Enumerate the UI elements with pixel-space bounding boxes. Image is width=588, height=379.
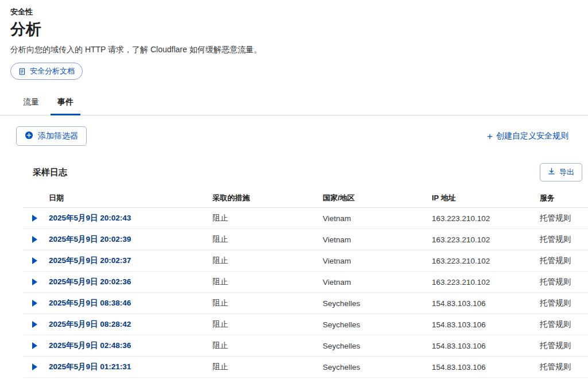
- row-ip-address: 154.83.103.106: [432, 342, 540, 350]
- row-ip-address: 154.83.103.106: [432, 363, 540, 372]
- row-country: Vietnam: [323, 278, 432, 287]
- expand-triangle-icon: [32, 257, 37, 264]
- add-filter-button[interactable]: 添加筛选器: [16, 126, 87, 146]
- row-ip-address: 163.223.210.102: [432, 278, 540, 287]
- table-row: 2025年5月9日 20:02:39 阻止 Vietnam 163.223.21…: [23, 229, 588, 250]
- row-action-taken: 阻止: [212, 277, 323, 287]
- column-header-service: 服务: [540, 193, 588, 203]
- doc-icon: [18, 68, 26, 75]
- expand-row-button[interactable]: [23, 257, 49, 264]
- create-custom-rule-link[interactable]: + 创建自定义安全规则: [487, 131, 568, 141]
- column-header-country: 国家/地区: [323, 193, 432, 203]
- row-ip-address: 163.223.210.102: [432, 257, 540, 265]
- expand-row-button[interactable]: [23, 236, 49, 243]
- export-button[interactable]: 导出: [540, 163, 582, 181]
- table-row: 2025年5月9日 20:02:43 阻止 Vietnam 163.223.21…: [23, 208, 588, 229]
- row-action-taken: 阻止: [212, 234, 323, 245]
- expand-triangle-icon: [32, 363, 37, 370]
- page-title: 分析: [10, 19, 578, 40]
- expand-row-button[interactable]: [23, 363, 49, 370]
- breadcrumb-eyebrow: 安全性: [10, 7, 578, 17]
- row-country: Vietnam: [323, 214, 432, 223]
- page-header: 安全性 分析 分析向您的域传入的 HTTP 请求，了解 Cloudflare 如…: [0, 0, 588, 80]
- row-date-link[interactable]: 2025年5月9日 01:21:31: [49, 362, 212, 372]
- row-date-link[interactable]: 2025年5月9日 20:02:39: [49, 234, 212, 245]
- table-row: 2025年5月9日 01:21:31 阻止 Seychelles 154.83.…: [23, 357, 588, 378]
- download-icon: [548, 168, 555, 177]
- row-date-link[interactable]: 2025年5月9日 20:02:43: [49, 213, 212, 223]
- tab-traffic[interactable]: 流量: [16, 91, 46, 115]
- row-service: 托管规则: [540, 256, 588, 266]
- row-ip-address: 154.83.103.106: [432, 299, 540, 308]
- row-ip-address: 163.223.210.102: [432, 235, 540, 244]
- row-country: Vietnam: [323, 235, 432, 244]
- row-service: 托管规则: [540, 362, 588, 372]
- row-action-taken: 阻止: [212, 256, 323, 266]
- row-date-link[interactable]: 2025年5月9日 02:48:36: [49, 341, 212, 351]
- sampled-logs-section: 采样日志 导出 日期 采取的措施 国家/地区 IP 地址 服务 2025: [23, 163, 588, 379]
- expand-row-button[interactable]: [23, 215, 49, 222]
- row-service: 托管规则: [540, 319, 588, 330]
- add-filter-label: 添加筛选器: [38, 131, 78, 141]
- row-country: Seychelles: [323, 363, 432, 372]
- expand-row-button[interactable]: [23, 300, 49, 307]
- row-service: 托管规则: [540, 298, 588, 308]
- log-table: 日期 采取的措施 国家/地区 IP 地址 服务 2025年5月9日 20:02:…: [23, 189, 588, 379]
- row-country: Seychelles: [323, 342, 432, 350]
- column-header-date: 日期: [49, 193, 212, 203]
- row-date-link[interactable]: 2025年5月9日 08:28:42: [49, 319, 212, 330]
- row-date-link[interactable]: 2025年5月9日 20:02:37: [49, 256, 212, 266]
- expand-triangle-icon: [32, 342, 37, 349]
- circle-plus-icon: [25, 131, 33, 141]
- plus-icon: +: [487, 132, 493, 141]
- row-country: Vietnam: [323, 257, 432, 265]
- row-date-link[interactable]: 2025年5月9日 20:02:36: [49, 277, 212, 287]
- column-header-ip: IP 地址: [432, 193, 540, 203]
- row-action-taken: 阻止: [212, 341, 323, 351]
- row-service: 托管规则: [540, 213, 588, 223]
- row-action-taken: 阻止: [212, 319, 323, 330]
- expand-triangle-icon: [32, 215, 37, 222]
- row-country: Seychelles: [323, 320, 432, 329]
- row-date-link[interactable]: 2025年5月9日 08:38:46: [49, 298, 212, 308]
- expand-triangle-icon: [32, 321, 37, 328]
- security-analytics-docs-button[interactable]: 安全分析文档: [10, 63, 83, 80]
- row-service: 托管规则: [540, 234, 588, 245]
- table-row: 2025年5月9日 02:48:36 阻止 Seychelles 154.83.…: [23, 335, 588, 357]
- expand-row-button[interactable]: [23, 279, 49, 285]
- create-custom-rule-label: 创建自定义安全规则: [496, 131, 568, 141]
- expand-triangle-icon: [32, 236, 37, 243]
- tab-bar: 流量 事件: [0, 91, 588, 115]
- log-table-body: 2025年5月9日 20:02:43 阻止 Vietnam 163.223.21…: [23, 208, 588, 379]
- table-row: 2025年5月9日 20:02:37 阻止 Vietnam 163.223.21…: [23, 250, 588, 272]
- log-table-header-row: 日期 采取的措施 国家/地区 IP 地址 服务: [23, 189, 588, 208]
- sampled-logs-header: 采样日志 导出: [23, 163, 588, 181]
- sampled-logs-title: 采样日志: [33, 167, 67, 178]
- filters-toolbar: 添加筛选器 + 创建自定义安全规则: [0, 115, 588, 146]
- row-action-taken: 阻止: [212, 298, 323, 308]
- row-action-taken: 阻止: [212, 213, 323, 223]
- row-ip-address: 163.223.210.102: [432, 214, 540, 223]
- table-row: 2025年5月9日 20:02:36 阻止 Vietnam 163.223.21…: [23, 272, 588, 293]
- row-ip-address: 154.83.103.106: [432, 320, 540, 329]
- expand-triangle-icon: [32, 300, 37, 307]
- row-action-taken: 阻止: [212, 362, 323, 372]
- export-button-label: 导出: [559, 167, 574, 177]
- table-row: 2025年5月9日 08:38:46 阻止 Seychelles 154.83.…: [23, 293, 588, 314]
- page-description: 分析向您的域传入的 HTTP 请求，了解 Cloudflare 如何缓解恶意流量…: [10, 45, 578, 55]
- row-country: Seychelles: [323, 299, 432, 308]
- expand-row-button[interactable]: [23, 342, 49, 349]
- tab-events[interactable]: 事件: [51, 91, 80, 115]
- row-service: 托管规则: [540, 341, 588, 351]
- row-service: 托管规则: [540, 277, 588, 287]
- docs-button-label: 安全分析文档: [30, 66, 75, 76]
- table-row: 2025年5月9日 08:28:42 阻止 Seychelles 154.83.…: [23, 314, 588, 335]
- expand-triangle-icon: [32, 279, 37, 285]
- column-header-action: 采取的措施: [212, 193, 323, 203]
- expand-row-button[interactable]: [23, 321, 49, 328]
